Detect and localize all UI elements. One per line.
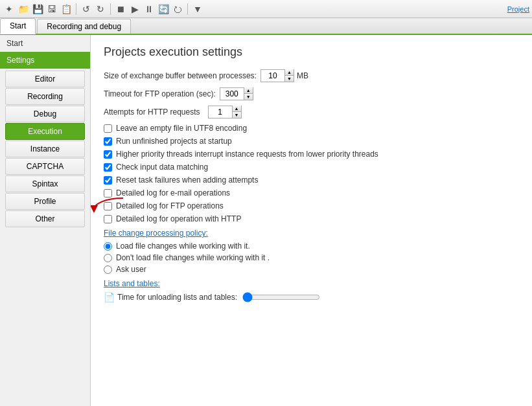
new-icon[interactable]: ✦ [3,3,16,16]
separator3 [187,3,188,15]
sidebar-item-other[interactable]: Other [5,210,85,227]
checkbox-http-log-label: Detailed log for operation with HTTP [116,214,241,223]
open-icon[interactable]: 📁 [17,3,30,16]
checkbox-http-log-input[interactable] [104,215,112,223]
radio-load-changes-input[interactable] [104,242,112,251]
checkbox-priority-label: Higher priority threads interrupt instan… [116,150,378,159]
buffer-spinbox-btns: ▲ ▼ [284,69,294,82]
sidebar-item-captcha[interactable]: CAPTCHA [5,158,85,175]
http-attempts-input[interactable] [209,106,232,118]
checkbox-email-log-label: Detailed log for e-mail operations [116,188,230,197]
radio-ask-user-label: Ask user [116,265,146,274]
content-area: Projects execution settings Size of exch… [91,35,532,406]
separator [76,3,76,15]
tabs-bar: Start Recording and debug [0,18,532,35]
stop-icon[interactable]: ⏹ [114,3,127,16]
checkbox-input-match-label: Check input data matching [116,163,208,172]
more-icon[interactable]: ▼ [191,3,204,16]
radio-load-changes: Load file changes while working with it. [104,242,519,251]
tab-recording-debug[interactable]: Recording and debug [37,19,131,34]
ftp-timeout-spin-down[interactable]: ▼ [244,94,253,100]
http-attempts-spin-up[interactable]: ▲ [232,106,241,112]
ftp-timeout-spinbox-btns: ▲ ▼ [244,87,253,100]
http-attempts-label: Attempts for HTTP requests [104,107,200,117]
file-change-link[interactable]: File change processing policy: [104,229,519,238]
ftp-timeout-spin-up[interactable]: ▲ [244,87,253,94]
checkbox-ftp-log: Detailed log for FTP operations [104,201,519,210]
radio-dont-load-input[interactable] [104,254,112,262]
checkbox-reset-task: Reset task failures when adding attempts [104,175,519,185]
checkbox-priority-input[interactable] [104,150,112,159]
buffer-input[interactable] [261,70,284,82]
checkbox-reset-task-label: Reset task failures when adding attempts [116,175,258,185]
checkbox-email-log: Detailed log for e-mail operations [104,188,519,197]
ftp-timeout-spinbox[interactable]: ▲ ▼ [220,87,253,100]
radio-ask-user: Ask user [104,265,519,274]
pause-icon[interactable]: ⏸ [143,3,156,16]
http-attempts-spinbox[interactable]: ▲ ▼ [208,106,242,118]
sidebar-item-debug[interactable]: Debug [5,106,85,122]
play-icon[interactable]: ▶ [128,3,141,16]
circle-icon[interactable]: ⭮ [171,3,184,16]
left-nav: Start Settings Editor Recording Debug Ex… [0,35,91,406]
http-attempts-row: Attempts for HTTP requests ▲ ▼ [104,106,519,118]
redo-icon[interactable]: ↻ [94,3,107,16]
unload-slider-row: 📄 Time for unloading lists and tables: [104,292,519,302]
buffer-spin-down[interactable]: ▼ [284,76,294,82]
undo-icon[interactable]: ↺ [80,3,93,16]
main-layout: Start Settings Editor Recording Debug Ex… [0,35,532,406]
refresh-icon[interactable]: 🔄 [157,3,170,16]
checkbox-utf8: Leave an empty file in UTF8 encoding [104,124,519,133]
checkbox-utf8-label: Leave an empty file in UTF8 encoding [116,124,247,133]
buffer-label: Size of exchange buffer between processe… [104,71,257,80]
sidebar-item-spintax[interactable]: Spintax [5,175,85,192]
page-title: Projects execution settings [104,45,519,59]
unload-icon: 📄 [104,292,115,302]
checkbox-input-match: Check input data matching [104,163,519,172]
sidebar-item-recording[interactable]: Recording [5,88,85,105]
buffer-spinbox[interactable]: ▲ ▼ [260,69,294,82]
http-attempts-spinbox-btns: ▲ ▼ [232,106,241,118]
sidebar-item-profile[interactable]: Profile [5,193,85,210]
radio-dont-load: Don't load file changes while working wi… [104,253,519,262]
save2-icon[interactable]: 📋 [60,3,73,16]
checkbox-ftp-log-input[interactable] [104,202,112,210]
checkbox-unfinished: Run unfinished projects at startup [104,137,519,146]
radio-load-changes-label: Load file changes while working with it. [116,242,250,251]
ftp-timeout-input[interactable] [220,88,244,100]
buffer-spin-up[interactable]: ▲ [284,69,294,76]
sidebar-item-editor[interactable]: Editor [5,71,85,87]
ftp-timeout-row: Timeout for FTP operation (sec): ▲ ▼ [104,87,519,100]
checkbox-utf8-input[interactable] [104,124,112,133]
nav-menu: Editor Recording Debug Execution Instanc… [0,69,90,229]
checkbox-priority: Higher priority threads interrupt instan… [104,150,519,159]
buffer-row: Size of exchange buffer between processe… [104,69,519,82]
save-as-icon[interactable]: 🖫 [45,3,58,16]
checkbox-ftp-log-label: Detailed log for FTP operations [116,201,224,210]
sidebar-item-instance[interactable]: Instance [5,141,85,157]
checkbox-unfinished-input[interactable] [104,137,112,146]
checkbox-unfinished-label: Run unfinished projects at startup [116,137,232,146]
checkbox-email-log-input[interactable] [104,189,112,197]
tab-start[interactable]: Start [0,18,36,34]
radio-dont-load-label: Don't load file changes while working wi… [116,253,270,262]
checkbox-http-log: Detailed log for operation with HTTP [104,214,519,223]
sidebar-item-execution[interactable]: Execution [5,123,85,140]
ftp-timeout-label: Timeout for FTP operation (sec): [104,89,216,98]
detailed-logs-section: Detailed log for e-mail operations Detai… [104,188,519,223]
checkbox-reset-task-input[interactable] [104,176,112,185]
lists-tables-link[interactable]: Lists and tables: [104,279,519,288]
project-link[interactable]: Project [507,5,529,13]
nav-start[interactable]: Start [0,35,90,52]
radio-ask-user-input[interactable] [104,265,112,274]
http-attempts-spin-down[interactable]: ▼ [232,112,241,118]
buffer-unit: MB [297,71,308,80]
unload-label: Time for unloading lists and tables: [117,293,237,302]
checkbox-input-match-input[interactable] [104,163,112,172]
save-icon[interactable]: 💾 [31,3,44,16]
toolbar: ✦ 📁 💾 🖫 📋 ↺ ↻ ⏹ ▶ ⏸ 🔄 ⭮ ▼ Project [0,0,532,18]
nav-settings[interactable]: Settings [0,52,90,69]
separator2 [110,3,111,15]
unload-slider[interactable] [242,292,320,302]
